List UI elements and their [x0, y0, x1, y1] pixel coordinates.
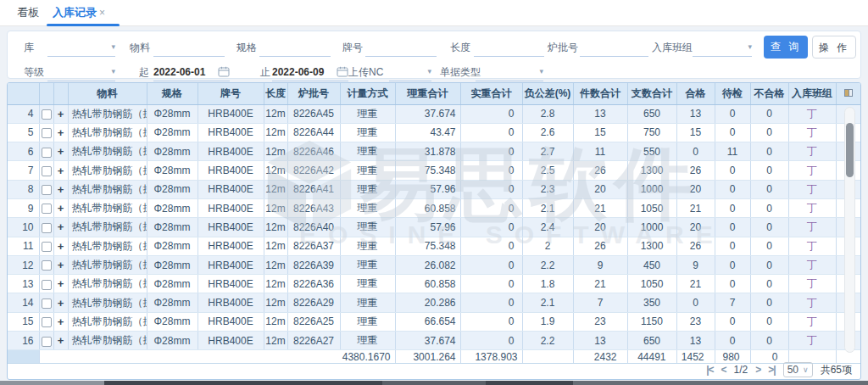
prev-page-icon[interactable]: <: [721, 364, 726, 376]
col-pending[interactable]: 待检: [715, 83, 750, 104]
row-checkbox[interactable]: [42, 166, 52, 176]
page-size-select[interactable]: 50 ∨: [783, 362, 813, 377]
first-page-icon[interactable]: |<: [706, 364, 713, 376]
action-button[interactable]: 操 作: [812, 36, 856, 59]
cell-qualified: 26: [676, 161, 715, 180]
row-checkbox[interactable]: [42, 317, 52, 327]
col-team[interactable]: 入库班组: [788, 83, 836, 104]
calendar-icon[interactable]: [337, 66, 348, 77]
cell-spec: Φ28mm: [147, 142, 198, 161]
cell-team: 丁: [788, 332, 836, 350]
expand-row-icon[interactable]: +: [58, 165, 64, 177]
expand-row-icon[interactable]: +: [58, 277, 64, 290]
close-icon[interactable]: ×: [99, 7, 105, 19]
inbound-team-select[interactable]: ▾: [693, 38, 752, 57]
material-input[interactable]: [153, 38, 225, 57]
cell-tolerance: 2.1: [522, 198, 573, 217]
col-pieces-total[interactable]: 件数合计: [573, 83, 627, 104]
col-theo-total[interactable]: 理重合计: [395, 83, 460, 104]
cell-heat-no: 8226A27: [287, 332, 340, 350]
search-button[interactable]: 查 询: [764, 36, 808, 59]
column-settings-icon[interactable]: [844, 89, 853, 97]
cell-length: 12m: [264, 293, 287, 312]
table-row[interactable]: 5 + 热轧带肋钢筋（抗震） Φ28mm HRB400E 12m 8226A44…: [8, 123, 860, 142]
upload-nc-select[interactable]: ▾: [389, 63, 431, 81]
expand-row-icon[interactable]: +: [58, 334, 64, 347]
expand-row-icon[interactable]: +: [58, 145, 64, 158]
col-qualified[interactable]: 合格: [676, 83, 715, 104]
cell-spec: Φ28mm: [147, 218, 198, 237]
row-checkbox[interactable]: [42, 280, 52, 290]
date-to-input[interactable]: 2022-06-09: [272, 63, 348, 81]
col-heat-no[interactable]: 炉批号: [287, 83, 340, 104]
expand-row-icon[interactable]: +: [58, 315, 64, 328]
row-checkbox[interactable]: [42, 242, 52, 252]
scrollbar-thumb[interactable]: [846, 123, 854, 177]
length-input[interactable]: [474, 38, 544, 57]
table-row[interactable]: 8 + 热轧带肋钢筋（抗震） Φ28mm HRB400E 12m 8226A41…: [8, 180, 860, 198]
expand-row-icon[interactable]: +: [58, 202, 64, 215]
table-row[interactable]: 10 + 热轧带肋钢筋（抗震） Φ28mm HRB400E 12m 8226A4…: [8, 218, 860, 237]
row-checkbox[interactable]: [42, 260, 52, 271]
cell-pieces: 21: [573, 275, 627, 293]
expand-row-icon[interactable]: +: [58, 126, 64, 139]
spec-input[interactable]: [259, 38, 331, 57]
row-checkbox[interactable]: [42, 223, 52, 233]
row-checkbox[interactable]: [42, 299, 52, 309]
expand-row-icon[interactable]: +: [58, 220, 64, 233]
table-row[interactable]: 14 + 热轧带肋钢筋（抗震） Φ28mm HRB400E 12m 8226A2…: [8, 293, 860, 312]
col-unqualified[interactable]: 不合格: [750, 83, 788, 104]
calendar-icon[interactable]: [218, 66, 230, 77]
table-row[interactable]: 6 + 热轧带肋钢筋（抗震） Φ28mm HRB400E 12m 8226A46…: [8, 142, 860, 161]
row-checkbox[interactable]: [42, 148, 52, 158]
table-row[interactable]: 11 + 热轧带肋钢筋（抗震） Φ28mm HRB400E 12m 8226A3…: [8, 237, 860, 255]
col-material[interactable]: 物料: [68, 83, 147, 104]
row-checkbox[interactable]: [42, 128, 52, 138]
cell-unqualified: 0: [750, 161, 788, 180]
row-checkbox[interactable]: [42, 185, 52, 195]
expand-row-icon[interactable]: +: [58, 183, 64, 196]
col-bars-total[interactable]: 支数合计: [627, 83, 676, 104]
warehouse-select[interactable]: ▾: [47, 38, 115, 57]
cell-bars: 1300: [627, 237, 676, 255]
table-row[interactable]: 7 + 热轧带肋钢筋（抗震） Φ28mm HRB400E 12m 8226A42…: [8, 161, 860, 180]
expand-row-icon[interactable]: +: [58, 240, 64, 253]
cell-theo-total: 75.348: [395, 161, 460, 180]
col-brand[interactable]: 牌号: [198, 83, 264, 104]
col-spec[interactable]: 规格: [147, 83, 198, 104]
col-actual-total[interactable]: 实重合计: [460, 83, 522, 104]
cell-pieces: 26: [573, 237, 627, 255]
cell-actual-total: 0: [460, 180, 522, 198]
cell-unqualified: 0: [750, 198, 788, 217]
doc-type-select[interactable]: ▾: [476, 63, 543, 81]
table-row[interactable]: 9 + 热轧带肋钢筋（抗震） Φ28mm HRB400E 12m 8226A43…: [8, 198, 860, 217]
table-row[interactable]: 16 + 热轧带肋钢筋（抗震） Φ28mm HRB400E 12m 8226A2…: [8, 332, 860, 350]
last-page-icon[interactable]: >|: [768, 364, 775, 376]
cell-length: 12m: [264, 180, 287, 198]
vertical-scrollbar[interactable]: [844, 107, 855, 353]
cell-actual-total: 0: [460, 161, 522, 180]
expand-row-icon[interactable]: +: [58, 259, 64, 271]
col-length[interactable]: 长度: [264, 83, 287, 104]
tab-board[interactable]: 看板: [17, 0, 39, 25]
next-page-icon[interactable]: >: [755, 364, 760, 376]
heat-no-input[interactable]: [580, 38, 648, 57]
row-checkbox[interactable]: [42, 109, 52, 120]
row-checkbox[interactable]: [42, 337, 52, 347]
table-row[interactable]: 12 + 热轧带肋钢筋（抗震） Φ28mm HRB400E 12m 8226A3…: [8, 255, 860, 274]
expand-row-icon[interactable]: +: [58, 108, 64, 120]
grade-select[interactable]: ▾: [47, 63, 115, 81]
summary-gutter: [8, 350, 39, 364]
col-tolerance[interactable]: 负公差(%): [522, 83, 573, 104]
table-row[interactable]: 15 + 热轧带肋钢筋（抗震） Φ28mm HRB400E 12m 8226A2…: [8, 312, 860, 331]
expand-row-icon[interactable]: +: [58, 297, 64, 310]
row-checkbox[interactable]: [42, 204, 52, 214]
brand-input[interactable]: [365, 38, 437, 57]
date-from-input[interactable]: 2022-06-01: [153, 63, 230, 81]
col-select-all[interactable]: [39, 83, 53, 104]
table-row[interactable]: 13 + 热轧带肋钢筋（抗震） Φ28mm HRB400E 12m 8226A3…: [8, 275, 860, 293]
tab-inbound-records[interactable]: 入库记录×: [53, 0, 105, 25]
cell-spec: Φ28mm: [147, 275, 198, 293]
table-row[interactable]: 4 + 热轧带肋钢筋（抗震） Φ28mm HRB400E 12m 8226A45…: [8, 104, 860, 123]
col-method[interactable]: 计量方式: [340, 83, 395, 104]
